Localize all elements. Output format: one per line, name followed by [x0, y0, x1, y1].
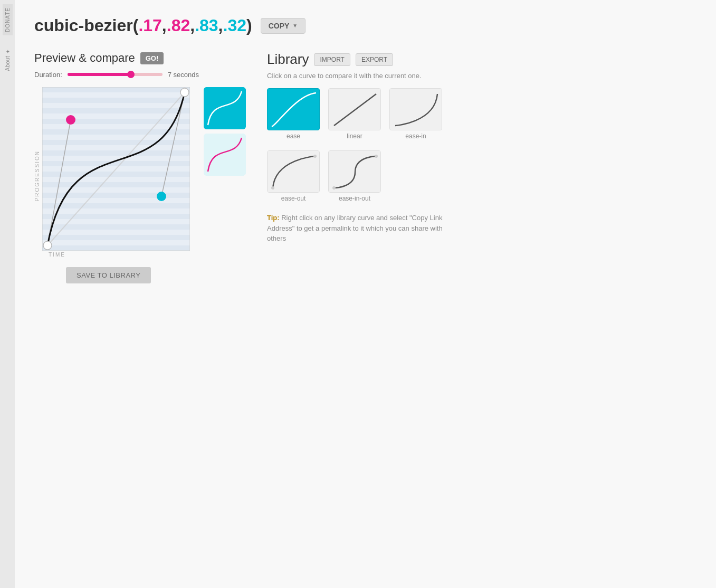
- ease-in-out-curve[interactable]: [328, 150, 381, 193]
- progression-axis-label: PROGRESSION: [34, 150, 40, 201]
- library-title: Library: [267, 51, 309, 68]
- save-to-library-button[interactable]: SAVE TO LIBRARY: [66, 267, 151, 283]
- copy-dropdown-arrow: ▼: [292, 23, 298, 29]
- left-panel: Preview & compare GO! Duration: 7 second…: [34, 51, 246, 283]
- library-grid-row2: ease-out ease-in-out: [267, 150, 446, 202]
- param4: .32: [223, 16, 246, 35]
- preview-header: Preview & compare GO!: [34, 51, 199, 65]
- tip-section: Tip: Right click on any library curve an…: [267, 213, 446, 244]
- control-point-2[interactable]: [157, 192, 166, 201]
- bezier-canvas-area: PROGRESSION: [34, 87, 190, 258]
- go-button[interactable]: GO!: [140, 52, 164, 64]
- bezier-formula: cubic-bezier(.17,.82,.83,.32): [34, 16, 252, 35]
- start-handle[interactable]: [43, 241, 52, 250]
- ease-in-out-label: ease-in-out: [339, 195, 370, 202]
- tip-text: Right click on any library curve and sel…: [267, 214, 443, 242]
- library-item-ease-in-out[interactable]: ease-in-out: [328, 150, 381, 202]
- slider-track: [68, 73, 163, 76]
- ease-out-label: ease-out: [281, 195, 306, 202]
- content-area: Preview & compare GO! Duration: 7 second…: [34, 51, 700, 283]
- svg-rect-7: [204, 87, 246, 129]
- slider-fill: [68, 73, 131, 76]
- title-prefix: cubic-bezier(: [34, 16, 138, 35]
- comma3: ,: [218, 16, 223, 35]
- library-item-ease[interactable]: ease: [267, 88, 320, 140]
- linear-curve[interactable]: [328, 88, 381, 130]
- duration-slider[interactable]: [68, 70, 163, 79]
- import-button[interactable]: IMPORT: [314, 53, 350, 66]
- sidebar: DONATE About ✦: [0, 0, 15, 588]
- ease-out-curve[interactable]: [267, 150, 320, 193]
- param3: .83: [195, 16, 218, 35]
- control-point-1[interactable]: [66, 115, 75, 125]
- comma2: ,: [190, 16, 195, 35]
- library-panel: Library IMPORT EXPORT Click on a curve t…: [267, 51, 446, 283]
- duration-value: 7 seconds: [168, 71, 199, 79]
- header: cubic-bezier(.17,.82,.83,.32) COPY ▼: [34, 16, 700, 35]
- ease-curve[interactable]: [267, 88, 320, 130]
- param1: .17: [138, 16, 161, 35]
- time-axis-label: TIME: [49, 252, 65, 258]
- bezier-svg[interactable]: [42, 87, 190, 251]
- svg-point-17: [332, 186, 336, 189]
- slider-thumb[interactable]: [127, 71, 135, 78]
- copy-button[interactable]: COPY ▼: [261, 18, 306, 34]
- donate-button[interactable]: DONATE: [3, 4, 13, 35]
- library-header: Library IMPORT EXPORT: [267, 51, 446, 68]
- bezier-canvas-container[interactable]: TIME: [42, 87, 190, 258]
- svg-rect-12: [390, 89, 442, 130]
- library-grid-row1: ease linear: [267, 88, 446, 140]
- comma1: ,: [162, 16, 167, 35]
- svg-rect-8: [204, 134, 246, 176]
- library-item-linear[interactable]: linear: [328, 88, 381, 140]
- duration-row: Duration: 7 seconds: [34, 70, 199, 79]
- preview-title: Preview & compare: [34, 51, 135, 65]
- ease-label: ease: [287, 132, 300, 140]
- duration-label: Duration:: [34, 71, 62, 79]
- library-subtitle: Click on a curve to compare it with the …: [267, 72, 446, 80]
- preview-thumb-active[interactable]: [204, 87, 246, 129]
- title-suffix: ): [246, 16, 252, 35]
- library-item-ease-in[interactable]: ease-in: [389, 88, 442, 140]
- main-content: cubic-bezier(.17,.82,.83,.32) COPY ▼ Pre…: [18, 0, 716, 294]
- end-handle[interactable]: [180, 88, 189, 97]
- library-item-ease-out[interactable]: ease-out: [267, 150, 320, 202]
- about-button[interactable]: About ✦: [5, 48, 11, 71]
- export-button[interactable]: EXPORT: [356, 53, 393, 66]
- param2: .82: [167, 16, 190, 35]
- svg-point-15: [313, 155, 317, 158]
- linear-label: linear: [347, 132, 362, 140]
- tip-bold: Tip:: [267, 214, 280, 222]
- ease-in-curve[interactable]: [389, 88, 442, 130]
- preview-section: Preview & compare GO! Duration: 7 second…: [34, 51, 199, 79]
- copy-label: COPY: [269, 22, 290, 30]
- preview-thumb-inactive[interactable]: [204, 134, 246, 176]
- svg-point-18: [375, 155, 378, 158]
- svg-point-14: [271, 186, 274, 189]
- ease-in-label: ease-in: [405, 132, 426, 140]
